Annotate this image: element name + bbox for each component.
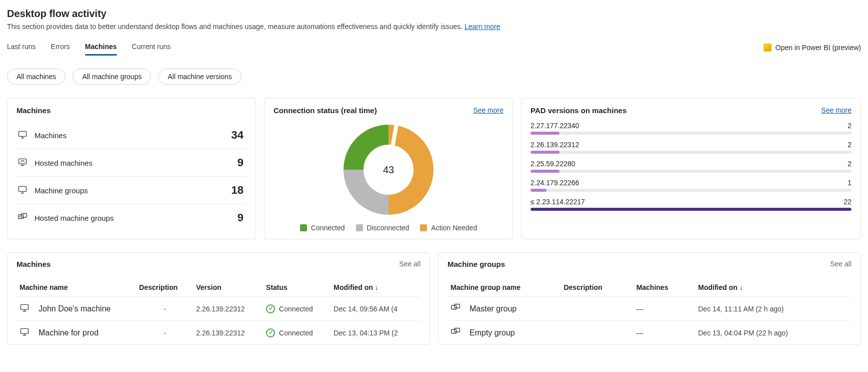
desc-cell: - — [136, 321, 193, 345]
learn-more-link[interactable]: Learn more — [464, 23, 500, 31]
groups-table-title: Machine groups — [448, 260, 505, 268]
filter-bar: All machinesAll machine groupsAll machin… — [7, 69, 861, 85]
check-icon: ✓ — [266, 304, 275, 313]
connection-see-more-link[interactable]: See more — [473, 106, 504, 115]
filter-all-machine-versions[interactable]: All machine versions — [158, 69, 241, 85]
machines-count-cell: — — [634, 321, 696, 345]
stat-value: 34 — [232, 129, 244, 142]
pad-version-row[interactable]: 2.25.59.222802 — [530, 160, 852, 173]
groups-see-all-link[interactable]: See all — [830, 260, 852, 268]
pad-bar-bg — [530, 151, 852, 154]
machines-table-title: Machines — [16, 260, 50, 268]
machines-col-header[interactable]: Machine name — [16, 278, 136, 297]
machines-col-header[interactable]: Description — [136, 278, 193, 297]
pad-bar-fill — [530, 189, 546, 192]
donut-center-value: 43 — [344, 125, 434, 215]
stat-row-machine-groups[interactable]: Machine groups18 — [16, 177, 246, 204]
machines-count-card: Machines Machines34Hosted machines9Machi… — [7, 98, 256, 239]
machines-col-header[interactable]: Modified on ↓ — [330, 278, 420, 297]
table-row[interactable]: Empty group — Dec 13, 04:04 PM (22 h ago… — [448, 321, 852, 345]
legend-swatch — [300, 224, 307, 231]
pad-version-label: 2.25.59.22280 — [530, 160, 576, 168]
machine-groups-table: Machine group nameDescriptionMachinesMod… — [448, 278, 852, 344]
hosted-machine-icon — [18, 157, 28, 169]
pad-bar-fill — [530, 151, 560, 154]
svg-rect-11 — [21, 304, 28, 309]
pad-bar-bg — [530, 189, 852, 192]
groups-col-header[interactable]: Machines — [634, 278, 696, 297]
stat-label: Hosted machines — [34, 159, 92, 167]
stat-row-machines[interactable]: Machines34 — [16, 122, 246, 149]
tab-machines[interactable]: Machines — [85, 40, 117, 56]
svg-rect-6 — [19, 186, 26, 191]
machines-card-title: Machines — [16, 106, 50, 115]
modified-cell: Dec 13, 04:04 PM (22 h ago) — [695, 321, 852, 345]
monitor-icon — [20, 327, 30, 337]
legend-action-needed: Action Needed — [420, 224, 477, 232]
pad-version-label: 2.24.179.22266 — [530, 179, 579, 187]
svg-rect-10 — [22, 213, 26, 217]
stat-row-hosted-machine-groups[interactable]: Hosted machine groups9 — [16, 204, 246, 231]
group-name-cell: Master group — [464, 297, 560, 321]
status-cell: ✓Connected — [263, 297, 330, 321]
groups-col-header[interactable]: Machine group name — [448, 278, 560, 297]
machines-col-header[interactable]: Status — [263, 278, 330, 297]
stat-label: Machine groups — [34, 186, 88, 195]
table-row[interactable]: Master group — Dec 14, 11:11 AM (2 h ago… — [448, 297, 852, 321]
monitor-icon — [18, 130, 28, 141]
pad-version-row[interactable]: 2.26.139.223122 — [530, 141, 852, 154]
machines-see-all-link[interactable]: See all — [399, 260, 420, 268]
tab-errors[interactable]: Errors — [51, 40, 70, 56]
desc-cell — [560, 321, 633, 345]
legend-label: Action Needed — [431, 224, 477, 232]
monitor-icon — [20, 303, 30, 313]
pad-version-count: 1 — [848, 179, 852, 187]
stat-label: Hosted machine groups — [34, 214, 114, 222]
stat-row-hosted-machines[interactable]: Hosted machines9 — [16, 149, 246, 177]
groups-col-header[interactable]: Modified on ↓ — [695, 278, 852, 297]
connection-status-card: Connection status (real time) See more 4… — [264, 98, 513, 239]
status-cell: ✓Connected — [263, 321, 330, 345]
group-name-cell: Empty group — [464, 321, 560, 345]
legend-label: Disconnected — [367, 224, 410, 232]
legend-disconnected: Disconnected — [356, 224, 410, 232]
svg-rect-14 — [21, 328, 28, 333]
pad-see-more-link[interactable]: See more — [821, 106, 852, 115]
version-cell: 2.26.139.22312 — [193, 297, 263, 321]
stat-value: 18 — [232, 184, 244, 197]
tab-current-runs[interactable]: Current runs — [132, 40, 171, 56]
pad-bar-bg — [530, 208, 852, 211]
page-title: Desktop flow activity — [7, 8, 861, 20]
stat-label: Machines — [34, 131, 66, 140]
stat-value: 9 — [238, 156, 244, 169]
machine-groups-table-card: Machine groups See all Machine group nam… — [438, 252, 861, 345]
tab-bar: Last runsErrorsMachinesCurrent runs Open… — [7, 40, 861, 56]
monitor-icon — [18, 185, 28, 196]
tab-last-runs[interactable]: Last runs — [7, 40, 36, 56]
table-row[interactable]: John Doe's machine - 2.26.139.22312 ✓Con… — [16, 297, 420, 321]
pad-version-row[interactable]: 2.24.179.222661 — [530, 179, 852, 192]
pad-card-title: PAD versions on machines — [530, 106, 626, 115]
stat-value: 9 — [238, 211, 244, 224]
group-icon — [450, 327, 460, 337]
svg-rect-0 — [19, 131, 26, 136]
pad-version-row[interactable]: ≤ 2.23.114.2221722 — [530, 198, 852, 211]
svg-rect-3 — [19, 159, 26, 164]
check-icon: ✓ — [266, 328, 275, 337]
group-icon — [450, 303, 460, 313]
legend-label: Connected — [311, 224, 345, 232]
legend-swatch — [356, 224, 363, 231]
page-subtitle: This section provides data to better und… — [7, 23, 861, 31]
subtitle-text: This section provides data to better und… — [7, 23, 464, 31]
pad-version-row[interactable]: 2.27.177.223402 — [530, 122, 852, 135]
table-row[interactable]: Machine for prod - 2.26.139.22312 ✓Conne… — [16, 321, 420, 345]
desc-cell — [560, 297, 633, 321]
svg-rect-19 — [452, 329, 456, 333]
machines-col-header[interactable]: Version — [193, 278, 263, 297]
filter-all-machines[interactable]: All machines — [7, 69, 66, 85]
filter-all-machine-groups[interactable]: All machine groups — [72, 69, 151, 85]
pad-version-label: 2.26.139.22312 — [530, 141, 579, 149]
groups-col-header[interactable]: Description — [560, 278, 633, 297]
machine-name-cell: John Doe's machine — [34, 297, 136, 321]
open-in-powerbi-button[interactable]: Open in Power BI (preview) — [764, 44, 861, 52]
